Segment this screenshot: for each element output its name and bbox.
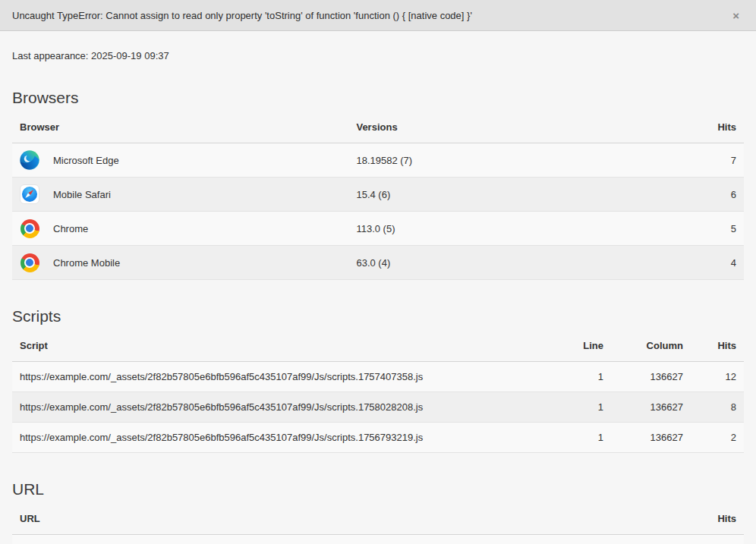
- scripts-table-header-row: Script Line Column Hits: [12, 330, 744, 362]
- script-line: 1: [558, 423, 611, 453]
- browser-name: Microsoft Edge: [53, 155, 119, 166]
- scripts-section-heading: Scripts: [12, 307, 744, 325]
- url-value: https://example.com/blog/: [12, 535, 691, 544]
- column-header-hits: Hits: [691, 330, 744, 362]
- table-row: https://example.com/blog/ 22: [12, 535, 744, 544]
- error-title: Uncaught TypeError: Cannot assign to rea…: [12, 10, 728, 21]
- browsers-table-header-row: Browser Versions Hits: [12, 112, 744, 143]
- url-hits: 22: [691, 535, 744, 544]
- table-row: https://example.com/_assets/2f82b57805e6…: [12, 392, 744, 423]
- column-header-script: Script: [12, 330, 558, 362]
- browser-name: Chrome: [53, 223, 88, 234]
- browser-name: Chrome Mobile: [53, 257, 120, 269]
- error-alert-bar: Uncaught TypeError: Cannot assign to rea…: [0, 0, 756, 31]
- chrome-icon: [20, 219, 39, 238]
- column-header-url: URL: [12, 503, 691, 535]
- column-header-hits: Hits: [691, 503, 744, 535]
- table-row: https://example.com/_assets/2f82b57805e6…: [12, 362, 744, 392]
- browsers-table: Browser Versions Hits: [12, 112, 744, 280]
- script-url: https://example.com/_assets/2f82b57805e6…: [12, 423, 558, 453]
- close-icon[interactable]: ×: [728, 7, 744, 24]
- table-row: Mobile Safari 15.4 (6) 6: [12, 178, 744, 212]
- browsers-section-heading: Browsers: [12, 89, 744, 107]
- browser-version: 63.0 (4): [348, 246, 683, 280]
- browser-version: 113.0 (5): [348, 212, 683, 246]
- script-column: 136627: [611, 423, 691, 453]
- column-header-column: Column: [611, 330, 691, 362]
- browser-version: 18.19582 (7): [348, 143, 683, 178]
- column-header-browser: Browser: [12, 112, 348, 143]
- browser-name: Mobile Safari: [53, 189, 111, 200]
- column-header-hits: Hits: [683, 112, 744, 143]
- table-row: https://example.com/_assets/2f82b57805e6…: [12, 423, 744, 453]
- url-table-header-row: URL Hits: [12, 503, 744, 535]
- table-row: Chrome Mobile 63.0 (4) 4: [12, 246, 744, 280]
- browser-hits: 5: [683, 212, 744, 246]
- browser-hits: 6: [683, 178, 744, 212]
- error-detail-page: Last appearance: 2025-09-19 09:37 Browse…: [0, 50, 756, 544]
- last-appearance-text: Last appearance: 2025-09-19 09:37: [12, 50, 744, 61]
- url-table: URL Hits https://example.com/blog/ 22: [12, 503, 744, 544]
- chrome-icon: [20, 253, 39, 272]
- browser-hits: 4: [683, 246, 744, 280]
- mobile-safari-icon: [20, 184, 39, 204]
- script-url: https://example.com/_assets/2f82b57805e6…: [12, 362, 558, 392]
- microsoft-edge-icon: [20, 150, 39, 170]
- script-hits: 2: [691, 423, 744, 453]
- browser-version: 15.4 (6): [348, 178, 683, 212]
- script-column: 136627: [611, 392, 691, 423]
- column-header-versions: Versions: [348, 112, 683, 143]
- browser-hits: 7: [683, 143, 744, 178]
- script-column: 136627: [611, 362, 691, 392]
- scripts-table: Script Line Column Hits https://example.…: [12, 330, 744, 453]
- table-row: Microsoft Edge 18.19582 (7) 7: [12, 143, 744, 178]
- script-hits: 8: [691, 392, 744, 423]
- script-hits: 12: [691, 362, 744, 392]
- script-url: https://example.com/_assets/2f82b57805e6…: [12, 392, 558, 423]
- url-section-heading: URL: [12, 480, 744, 498]
- script-line: 1: [558, 392, 611, 423]
- script-line: 1: [558, 362, 611, 392]
- column-header-line: Line: [558, 330, 611, 362]
- table-row: Chrome 113.0 (5) 5: [12, 212, 744, 246]
